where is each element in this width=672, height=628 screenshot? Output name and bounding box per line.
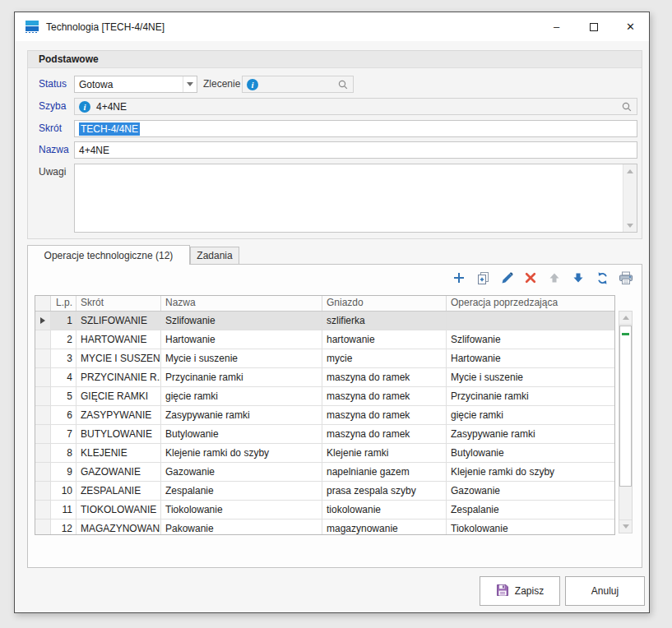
table-row[interactable]: 2HARTOWANIEHartowaniehartowanieSzlifowan… bbox=[35, 330, 614, 349]
cell-operacja bbox=[447, 312, 614, 330]
status-dropdown-button[interactable] bbox=[183, 76, 197, 92]
cell-gniazdo: maszyna do ramek bbox=[322, 406, 447, 424]
cell-lp: 7 bbox=[51, 425, 76, 443]
scrollbar-thumb[interactable] bbox=[619, 326, 632, 487]
table-body: 1SZLIFOWANIESzlifowanieszlifierka2HARTOW… bbox=[35, 312, 614, 534]
table-row[interactable]: 1SZLIFOWANIESzlifowanieszlifierka bbox=[35, 312, 614, 330]
search-icon[interactable] bbox=[621, 101, 633, 113]
grid-toolbar bbox=[452, 270, 633, 285]
zlecenie-label: Zlecenie bbox=[203, 76, 240, 93]
cell-nazwa: Przycinanie ramki bbox=[161, 368, 322, 386]
column-header-gniazdo[interactable]: Gniazdo bbox=[322, 296, 447, 311]
cell-skrot: HARTOWANIE bbox=[76, 330, 161, 349]
skrot-input[interactable]: TECH-4/4NE bbox=[74, 120, 637, 137]
save-label: Zapisz bbox=[515, 585, 544, 597]
cell-gniazdo: napelnianie gazem bbox=[322, 463, 447, 481]
selected-row-indicator bbox=[35, 312, 51, 330]
operations-table: L.p. Skrót Nazwa Gniazdo Operacja poprze… bbox=[35, 295, 615, 535]
cell-operacja: gięcie ramki bbox=[447, 406, 614, 424]
cell-gniazdo: maszyna do ramek bbox=[322, 387, 447, 405]
table-row[interactable]: 9GAZOWANIEGazowanienapelnianie gazemKlej… bbox=[35, 463, 614, 482]
scroll-down-icon[interactable] bbox=[619, 519, 632, 533]
skrot-label: Skrót bbox=[39, 120, 62, 137]
info-icon: i bbox=[247, 79, 258, 90]
minimize-button[interactable]: – bbox=[538, 12, 575, 41]
cell-nazwa: Zasypywanie ramki bbox=[161, 406, 322, 424]
table-row[interactable]: 6ZASYPYWANIEZasypywanie ramkimaszyna do … bbox=[35, 406, 614, 425]
cell-operacja: Butylowanie bbox=[447, 444, 614, 462]
grid-scrollbar[interactable] bbox=[619, 311, 633, 533]
skrot-value-selected: TECH-4/4NE bbox=[79, 122, 140, 136]
move-down-button[interactable] bbox=[571, 270, 586, 285]
szyba-label: Szyba bbox=[39, 98, 66, 115]
cell-nazwa: Gazowanie bbox=[161, 463, 322, 481]
cell-gniazdo: prasa zespala szyby bbox=[322, 482, 447, 500]
row-indicator bbox=[35, 406, 51, 424]
cell-lp: 1 bbox=[51, 312, 76, 330]
cell-operacja: Mycie i suszenie bbox=[447, 368, 614, 386]
search-icon[interactable] bbox=[337, 79, 349, 90]
scroll-up-icon[interactable] bbox=[619, 312, 632, 325]
table-row[interactable]: 10ZESPALANIEZespalanieprasa zespala szyb… bbox=[35, 482, 614, 501]
cell-lp: 12 bbox=[51, 519, 76, 534]
add-button[interactable] bbox=[452, 270, 466, 285]
tab-label: Zadania bbox=[197, 250, 232, 261]
cell-operacja: Szlifowanie bbox=[447, 330, 614, 349]
uwagi-scrollbar[interactable] bbox=[623, 164, 637, 232]
nazwa-input[interactable]: 4+4NE bbox=[74, 141, 637, 159]
table-header: L.p. Skrót Nazwa Gniazdo Operacja poprze… bbox=[35, 296, 614, 312]
cell-nazwa: Mycie i suszenie bbox=[161, 349, 322, 367]
print-button[interactable] bbox=[619, 270, 633, 285]
edit-button[interactable] bbox=[499, 270, 514, 285]
table-row[interactable]: 3MYCIE I SUSZENIEMycie i suszeniemycieHa… bbox=[35, 349, 614, 368]
group-header: Podstawowe bbox=[28, 51, 642, 68]
tab-operacje-technologiczne[interactable]: Operacje technologiczne (12) bbox=[27, 245, 190, 265]
cell-operacja: Klejenie ramki do szyby bbox=[447, 463, 614, 481]
table-row[interactable]: 7BUTYLOWANIEButylowaniemaszyna do ramekZ… bbox=[35, 425, 614, 444]
table-row[interactable]: 5GIĘCIE RAMKIgięcie ramkimaszyna do rame… bbox=[35, 387, 614, 406]
focused-row-marker bbox=[622, 333, 629, 335]
table-row[interactable]: 4PRZYCINANIE R...Przycinanie ramkimaszyn… bbox=[35, 368, 614, 387]
szyba-input[interactable]: i 4+4NE bbox=[74, 98, 637, 115]
cell-lp: 5 bbox=[51, 387, 76, 405]
cell-nazwa: Hartowanie bbox=[161, 330, 322, 349]
cell-skrot: MYCIE I SUSZENIE bbox=[76, 349, 161, 367]
cell-nazwa: gięcie ramki bbox=[161, 387, 322, 405]
zlecenie-input[interactable]: i bbox=[242, 76, 354, 93]
row-indicator bbox=[35, 425, 51, 443]
delete-button[interactable] bbox=[523, 270, 538, 285]
row-indicator bbox=[35, 330, 51, 349]
copy-button[interactable] bbox=[475, 270, 490, 285]
cell-nazwa: Pakowanie bbox=[161, 519, 322, 534]
cell-gniazdo: hartowanie bbox=[322, 330, 447, 349]
move-up-button[interactable] bbox=[547, 270, 562, 285]
scroll-up-icon[interactable] bbox=[623, 164, 637, 178]
header-indicator bbox=[35, 296, 51, 311]
column-header-lp[interactable]: L.p. bbox=[51, 296, 76, 311]
cell-nazwa: Zespalanie bbox=[161, 482, 322, 500]
column-header-nazwa[interactable]: Nazwa bbox=[161, 296, 322, 311]
row-indicator bbox=[35, 387, 51, 405]
cancel-button[interactable]: Anuluj bbox=[565, 576, 645, 606]
tab-zadania[interactable]: Zadania bbox=[190, 247, 239, 265]
scroll-down-icon[interactable] bbox=[623, 219, 637, 232]
column-header-operacja[interactable]: Operacja poprzedzająca bbox=[447, 296, 614, 311]
table-row[interactable]: 11TIOKOLOWANIETiokolowanietiokolowanieZe… bbox=[35, 501, 614, 519]
cell-gniazdo: tiokolowanie bbox=[322, 501, 447, 519]
cell-gniazdo: Klejenie ramki bbox=[322, 444, 447, 462]
uwagi-textarea[interactable] bbox=[74, 164, 637, 233]
table-row[interactable]: 8KLEJENIEKlejenie ramki do szybyKlejenie… bbox=[35, 444, 614, 463]
title-bar[interactable]: Technologia [TECH-4/4NE] – ✕ bbox=[15, 12, 649, 41]
cell-lp: 2 bbox=[51, 330, 76, 349]
column-header-skrot[interactable]: Skrót bbox=[76, 296, 161, 311]
window-title: Technologia [TECH-4/4NE] bbox=[46, 21, 165, 33]
close-button[interactable]: ✕ bbox=[612, 12, 649, 41]
cell-gniazdo: szlifierka bbox=[322, 312, 447, 330]
save-button[interactable]: Zapisz bbox=[480, 576, 560, 606]
maximize-button[interactable] bbox=[575, 12, 612, 41]
refresh-button[interactable] bbox=[595, 270, 609, 285]
group-title: Podstawowe bbox=[39, 53, 99, 65]
status-combobox[interactable]: Gotowa bbox=[74, 76, 197, 93]
table-row[interactable]: 12MAGAZYNOWANIEPakowaniemagazynowanieTio… bbox=[35, 519, 614, 534]
uwagi-label: Uwagi bbox=[39, 164, 66, 181]
